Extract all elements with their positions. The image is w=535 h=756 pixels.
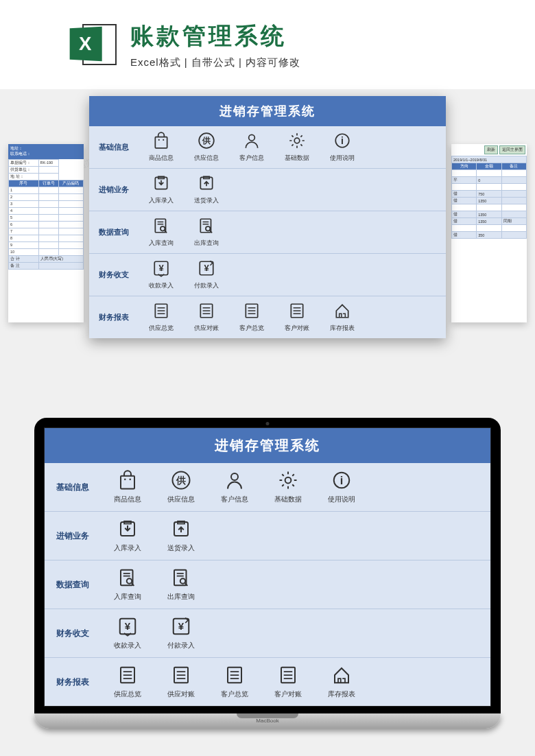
menu-item-box-out[interactable]: 送货录入: [184, 174, 229, 205]
menu-item-person[interactable]: 客户信息: [208, 470, 261, 504]
bag-icon: [152, 140, 170, 152]
yen-out-icon: [198, 268, 215, 279]
menu-item-info[interactable]: 使用说明: [320, 132, 365, 163]
menu-item-yen-out[interactable]: 付款录入: [154, 616, 208, 650]
bg-sheet-right: 刷新返回主界面 2019/1/1~2019/8/31 方向金额备注 平0 借75…: [451, 144, 527, 322]
menu-item-doc-search[interactable]: 入库查询: [139, 217, 184, 248]
doc-lines-icon: [224, 676, 245, 687]
house-icon: [333, 310, 351, 322]
main-panel: 进销存管理系统 基础信息商品信息供应信息客户信息基础数据使用说明进销业务入库录入…: [89, 96, 446, 338]
menu-item-house[interactable]: 库存报表: [315, 665, 368, 699]
row-label: 基础信息: [89, 142, 139, 152]
person-icon: [243, 140, 261, 152]
row-label: 数据查询: [89, 227, 139, 237]
panel-title: 进销存管理系统: [89, 96, 446, 126]
panel-row: 基础信息商品信息供应信息客户信息基础数据使用说明: [89, 126, 446, 169]
menu-item-doc-lines[interactable]: 客户对账: [274, 302, 320, 333]
menu-item-label: 收款录入: [139, 281, 184, 290]
doc-lines-icon: [198, 310, 215, 322]
menu-item-label: 供应总览: [139, 324, 184, 333]
house-icon: [331, 676, 352, 687]
doc-lines-icon: [288, 310, 306, 322]
menu-item-supply[interactable]: 供应信息: [154, 470, 208, 504]
menu-item-person[interactable]: 客户信息: [229, 132, 274, 163]
row-label: 基础信息: [45, 482, 101, 493]
row-label: 财务报表: [45, 676, 101, 688]
menu-item-box-out[interactable]: 送货录入: [154, 519, 208, 553]
menu-item-doc-lines[interactable]: 供应总览: [101, 665, 154, 699]
gear-icon: [278, 481, 298, 493]
menu-item-doc-lines[interactable]: 客户总览: [208, 665, 261, 699]
menu-item-doc-search[interactable]: 入库查询: [101, 567, 154, 602]
doc-search-icon: [198, 225, 215, 237]
doc-lines-icon: [152, 310, 170, 322]
box-out-icon: [198, 182, 215, 194]
menu-item-supply[interactable]: 供应信息: [184, 132, 229, 163]
row-label: 进销业务: [89, 185, 139, 195]
doc-search-icon: [171, 578, 191, 590]
box-in-icon: [152, 182, 170, 194]
menu-item-info[interactable]: 使用说明: [315, 470, 368, 504]
menu-item-box-in[interactable]: 入库录入: [101, 519, 154, 553]
menu-item-label: 客户信息: [208, 495, 261, 504]
info-icon: [331, 481, 352, 493]
menu-item-label: 供应对账: [154, 689, 208, 699]
menu-item-gear[interactable]: 基础数据: [274, 132, 320, 163]
menu-item-doc-lines[interactable]: 客户总览: [229, 302, 274, 333]
menu-item-label: 付款录入: [154, 641, 208, 650]
menu-item-doc-lines[interactable]: 供应对账: [154, 665, 208, 699]
person-icon: [224, 481, 245, 493]
supply-icon: [171, 481, 191, 493]
gear-icon: [288, 140, 306, 152]
bg-sheet-left: 地址：联系电话： 单据编号：RK-190 供货单位： 地 址： 序号订单号产品编…: [8, 144, 84, 322]
panel-row: 基础信息商品信息供应信息客户信息基础数据使用说明: [45, 463, 490, 512]
menu-item-house[interactable]: 库存报表: [320, 302, 365, 333]
box-in-icon: [117, 530, 138, 541]
doc-lines-icon: [117, 676, 138, 687]
menu-item-label: 商品信息: [101, 495, 154, 504]
menu-item-bag[interactable]: 商品信息: [101, 470, 154, 504]
excel-icon: X: [69, 21, 117, 69]
panel-row: 进销业务入库录入送货录入: [89, 169, 446, 211]
menu-item-doc-lines[interactable]: 供应总览: [139, 302, 184, 333]
menu-item-label: 供应对账: [184, 324, 229, 333]
menu-item-bag[interactable]: 商品信息: [139, 132, 184, 163]
menu-item-label: 收款录入: [101, 641, 154, 650]
menu-item-yen-in[interactable]: 收款录入: [101, 616, 154, 650]
doc-search-icon: [152, 225, 170, 237]
menu-item-yen-in[interactable]: 收款录入: [139, 259, 184, 290]
menu-item-doc-lines[interactable]: 客户对账: [261, 665, 315, 699]
menu-item-label: 供应信息: [154, 495, 208, 504]
menu-item-label: 出库查询: [154, 592, 208, 602]
panel-row: 数据查询入库查询出库查询: [89, 211, 446, 254]
page-subtitle: Excel格式 | 自带公式 | 内容可修改: [130, 56, 300, 69]
menu-item-label: 送货录入: [154, 543, 208, 553]
menu-item-label: 入库查询: [139, 239, 184, 248]
laptop-mockup: 进销存管理系统 基础信息商品信息供应信息客户信息基础数据使用说明进销业务入库录入…: [34, 418, 501, 729]
menu-item-doc-search[interactable]: 出库查询: [184, 217, 229, 248]
menu-item-label: 客户对账: [274, 324, 320, 333]
row-label: 进销业务: [45, 530, 101, 542]
menu-item-label: 入库录入: [101, 543, 154, 553]
row-label: 财务报表: [89, 312, 139, 322]
row-label: 数据查询: [45, 579, 101, 591]
menu-item-label: 商品信息: [139, 154, 184, 163]
menu-item-yen-out[interactable]: 付款录入: [184, 259, 229, 290]
menu-item-label: 客户对账: [261, 689, 315, 699]
doc-search-icon: [117, 578, 138, 590]
menu-item-label: 客户总览: [229, 324, 274, 333]
menu-item-gear[interactable]: 基础数据: [261, 470, 315, 504]
panel-row: 财务收支收款录入付款录入: [89, 254, 446, 296]
bag-icon: [117, 481, 138, 493]
menu-item-box-in[interactable]: 入库录入: [139, 174, 184, 205]
yen-in-icon: [117, 627, 138, 639]
menu-item-label: 使用说明: [315, 495, 368, 504]
menu-item-label: 库存报表: [320, 324, 365, 333]
menu-item-label: 库存报表: [315, 689, 368, 699]
panel-row: 进销业务入库录入送货录入: [45, 512, 490, 560]
doc-lines-icon: [243, 310, 261, 322]
menu-item-label: 基础数据: [261, 495, 315, 504]
menu-item-doc-lines[interactable]: 供应对账: [184, 302, 229, 333]
menu-item-doc-search[interactable]: 出库查询: [154, 567, 208, 602]
page-title: 账款管理系统: [130, 21, 300, 52]
